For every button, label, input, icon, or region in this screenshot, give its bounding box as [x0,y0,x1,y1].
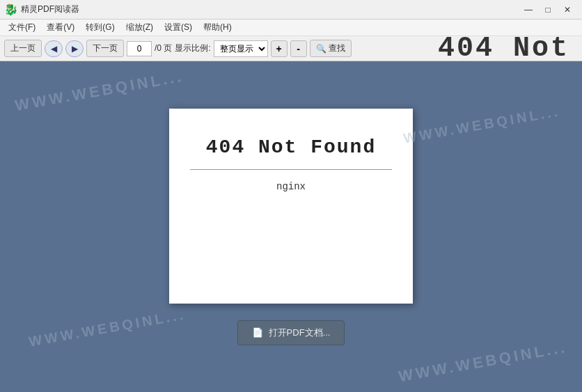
pdf-divider [190,169,392,170]
zoom-out-button[interactable]: - [290,40,307,57]
menu-file[interactable]: 文件(F) [3,20,41,35]
close-button[interactable]: ✕ [558,3,576,17]
watermark-4: WWW.WEBQINL... [397,338,568,386]
back-nav-arrow[interactable]: ◀ [45,40,63,57]
main-area: WWW.WEBQINL... WWW.WEBQINL... WWW.WEBQIN… [0,61,582,392]
menu-help[interactable]: 帮助(H) [198,20,237,35]
open-pdf-label: 打开PDF文档... [269,327,331,339]
menu-zoom[interactable]: 缩放(Z) [120,20,159,35]
page-title-display: 404 Not [438,33,578,64]
forward-nav-arrow[interactable]: ▶ [65,40,84,57]
watermark-3: WWW.WEBQINL... [28,306,187,350]
window-controls: — □ ✕ [519,3,576,17]
title-bar: 🐉 精灵PDF阅读器 — □ ✕ [0,0,582,19]
display-select[interactable]: 整页显示 适合宽度 [214,40,268,57]
display-label: 显示比例: [175,42,210,54]
app-title: 精灵PDF阅读器 [21,3,519,15]
menu-view[interactable]: 查看(V) [41,20,80,35]
watermark-2: WWW.WEBQINL... [402,103,562,146]
minimize-button[interactable]: — [519,3,537,17]
pdf-404-title: 404 Not Found [206,136,376,158]
toolbar: 上一页 ◀ ▶ 下一页 /0 页 显示比例: 整页显示 适合宽度 + - 🔍 查… [0,36,582,61]
pdf-nginx-text: nginx [276,181,306,192]
menu-goto[interactable]: 转到(G) [80,20,120,35]
open-pdf-button[interactable]: 📄 打开PDF文档... [237,320,345,345]
zoom-in-button[interactable]: + [271,40,288,57]
watermark-1: WWW.WEBQINL... [14,68,185,115]
search-icon: 🔍 [316,44,327,54]
page-total-label: /0 页 [155,42,172,54]
pdf-page: 404 Not Found nginx [169,109,413,304]
app-icon: 🐉 [6,4,17,15]
maximize-button[interactable]: □ [539,3,557,17]
next-page-button[interactable]: 下一页 [86,40,124,57]
search-button[interactable]: 🔍 查找 [310,40,352,57]
search-label: 查找 [329,42,345,54]
menu-settings[interactable]: 设置(S) [159,20,198,35]
page-input[interactable] [127,41,152,56]
prev-page-button[interactable]: 上一页 [4,40,42,57]
open-pdf-icon: 📄 [252,327,263,338]
